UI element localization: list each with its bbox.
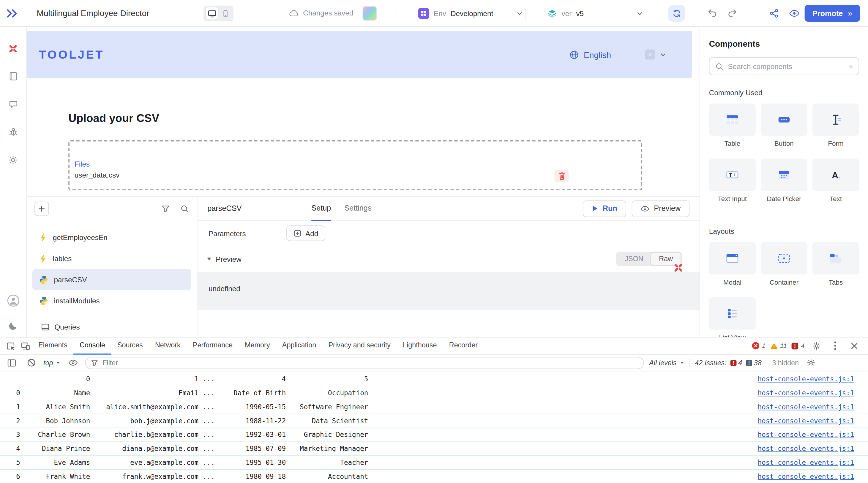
console-source-link[interactable]: host-console-events.js:1 bbox=[758, 389, 854, 397]
console-source-link[interactable]: host-console-events.js:1 bbox=[758, 403, 854, 411]
issues-summary[interactable]: 42 Issues: 4 38 bbox=[695, 359, 762, 366]
rail-debugger-icon[interactable] bbox=[0, 118, 26, 146]
share-button[interactable] bbox=[769, 8, 779, 19]
tab-recorder[interactable]: Recorder bbox=[443, 337, 484, 354]
promote-button[interactable]: Promote» bbox=[805, 5, 860, 22]
app-title[interactable]: Multilingual Employee Director bbox=[37, 8, 149, 18]
component-card-table[interactable]: Table bbox=[709, 104, 756, 147]
console-output: 0 1 ... 4 5 host-console-events.js:1 0 N… bbox=[0, 371, 868, 483]
inspect-element-icon[interactable] bbox=[3, 338, 18, 353]
add-query-button[interactable] bbox=[34, 202, 49, 216]
caret-down-icon[interactable] bbox=[206, 257, 212, 261]
search-queries-icon[interactable] bbox=[180, 204, 189, 213]
file-dropzone[interactable]: Files user_data.csv bbox=[68, 140, 642, 190]
tab-lighthouse[interactable]: Lighthouse bbox=[397, 337, 443, 354]
preview-query-button[interactable]: Preview bbox=[631, 200, 689, 217]
context-selector[interactable]: top bbox=[43, 359, 61, 366]
error-count[interactable]: 1 bbox=[752, 342, 766, 349]
python-icon bbox=[39, 275, 49, 284]
devtools-tabbar: Elements Console Sources Network Perform… bbox=[0, 337, 868, 354]
component-search-input[interactable] bbox=[728, 62, 844, 70]
user-avatar[interactable] bbox=[0, 287, 26, 315]
rail-pages-icon[interactable] bbox=[0, 62, 26, 90]
warning-count[interactable]: 11 bbox=[770, 342, 787, 349]
component-card-container[interactable]: Container bbox=[761, 242, 807, 286]
issues-badge-count[interactable]: 4 bbox=[792, 342, 804, 349]
tab-privacy-security[interactable]: Privacy and security bbox=[322, 337, 397, 354]
add-parameter-button[interactable]: Add bbox=[286, 225, 325, 241]
tab-console[interactable]: Console bbox=[73, 337, 111, 354]
component-card-modal[interactable]: Modal bbox=[709, 242, 756, 286]
component-card-button[interactable]: Button bbox=[761, 104, 807, 147]
desktop-toggle-button[interactable] bbox=[206, 7, 218, 19]
device-toolbar-icon[interactable] bbox=[18, 338, 32, 353]
console-filter-input[interactable] bbox=[102, 359, 639, 366]
console-source-link[interactable]: host-console-events.js:1 bbox=[758, 445, 854, 453]
component-card-list-view[interactable]: List View bbox=[709, 297, 756, 337]
component-card-date-picker[interactable]: Date Picker bbox=[761, 159, 807, 202]
language-selector[interactable]: English × bbox=[569, 50, 666, 60]
component-card-text[interactable]: A Text bbox=[812, 159, 859, 202]
console-filter[interactable] bbox=[85, 357, 644, 369]
redo-button[interactable] bbox=[727, 8, 737, 18]
rail-comments-icon[interactable] bbox=[0, 90, 26, 118]
component-card-form[interactable]: Form bbox=[812, 104, 859, 147]
preview-eye-button[interactable] bbox=[789, 9, 800, 17]
tab-memory[interactable]: Memory bbox=[239, 337, 276, 354]
undo-button[interactable] bbox=[707, 8, 717, 18]
console-source-link[interactable]: host-console-events.js:1 bbox=[758, 459, 854, 466]
svg-text:A: A bbox=[832, 170, 838, 180]
console-source-link[interactable]: host-console-events.js:1 bbox=[758, 417, 854, 425]
query-item[interactable]: getEmployeesEn bbox=[32, 227, 191, 248]
tab-performance[interactable]: Performance bbox=[187, 337, 239, 354]
commonly-used-title: Commonly Used bbox=[709, 89, 859, 97]
environment-selector[interactable]: Env Development bbox=[418, 6, 523, 20]
runjs-bolt-icon bbox=[39, 254, 47, 263]
query-item[interactable]: installModules bbox=[32, 290, 191, 311]
version-selector[interactable]: ver v5 bbox=[547, 6, 643, 20]
json-toggle[interactable]: JSON bbox=[617, 253, 651, 265]
query-item-selected[interactable]: parseCSV bbox=[32, 269, 191, 290]
language-value: English bbox=[584, 50, 611, 59]
rail-pinwheel-icon[interactable] bbox=[0, 34, 26, 62]
tab-settings[interactable]: Settings bbox=[344, 197, 371, 221]
theme-toggle-moon-icon[interactable] bbox=[0, 315, 26, 337]
tab-network[interactable]: Network bbox=[149, 337, 187, 354]
console-sidebar-icon[interactable] bbox=[4, 356, 19, 370]
filter-queries-icon[interactable] bbox=[161, 204, 170, 213]
query-item[interactable]: lables bbox=[32, 248, 191, 269]
devtools-menu-icon[interactable] bbox=[828, 338, 842, 353]
live-expression-icon[interactable] bbox=[66, 356, 81, 370]
component-search[interactable]: × bbox=[709, 57, 859, 75]
rail-settings-icon[interactable] bbox=[0, 146, 26, 174]
console-settings-icon[interactable] bbox=[804, 356, 818, 370]
run-query-button[interactable]: Run bbox=[583, 200, 626, 217]
devtools-settings-icon[interactable] bbox=[809, 338, 824, 353]
clear-language-icon[interactable]: × bbox=[645, 50, 655, 60]
component-card-text-input[interactable]: T Text Input bbox=[709, 159, 756, 202]
queries-footer-toggle[interactable]: Queries bbox=[27, 317, 197, 337]
devtools-close-icon[interactable] bbox=[847, 338, 862, 353]
clear-console-icon[interactable] bbox=[24, 356, 38, 370]
components-panel: Components × Commonly Used Table Button bbox=[700, 27, 868, 337]
query-name-label[interactable]: parseCSV bbox=[207, 204, 242, 212]
debug-pinwheel-icon[interactable] bbox=[673, 262, 684, 273]
mobile-toggle-button[interactable] bbox=[219, 7, 231, 19]
collaborator-avatar[interactable] bbox=[363, 6, 377, 21]
log-levels-selector[interactable]: All levels bbox=[649, 359, 684, 366]
console-source-link[interactable]: host-console-events.js:1 bbox=[758, 431, 854, 439]
devtools-panel: Elements Console Sources Network Perform… bbox=[0, 337, 868, 483]
component-card-tabs[interactable]: Tabs bbox=[812, 242, 859, 286]
console-source-link[interactable]: host-console-events.js:1 bbox=[758, 473, 854, 480]
tab-sources[interactable]: Sources bbox=[111, 337, 149, 354]
delete-file-button[interactable] bbox=[554, 170, 569, 182]
tooljet-logo-icon[interactable] bbox=[6, 6, 19, 20]
tab-elements[interactable]: Elements bbox=[32, 337, 74, 354]
release-sync-button[interactable] bbox=[669, 5, 685, 22]
preview-output: undefined bbox=[197, 272, 700, 310]
clear-search-icon[interactable]: × bbox=[849, 62, 853, 70]
tab-application[interactable]: Application bbox=[276, 337, 322, 354]
tab-setup[interactable]: Setup bbox=[311, 197, 331, 221]
ver-value: v5 bbox=[576, 9, 584, 18]
console-source-link[interactable]: host-console-events.js:1 bbox=[758, 375, 854, 383]
